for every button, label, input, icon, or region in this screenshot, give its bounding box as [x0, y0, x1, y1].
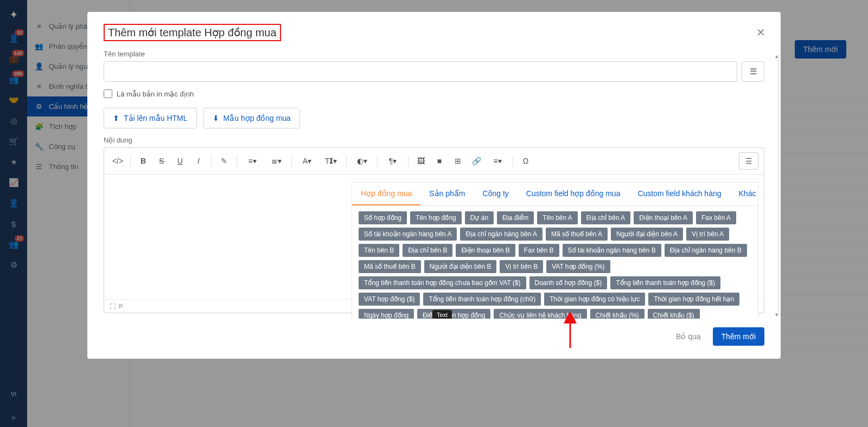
video-icon[interactable]: ■	[431, 153, 448, 169]
list-toggle-button[interactable]: ☰	[742, 61, 764, 82]
tag-variable[interactable]: Địa chỉ bên B	[403, 244, 452, 257]
sample-label: Mẫu hợp đồng mua	[224, 114, 291, 122]
modal-scrollbar[interactable]	[777, 55, 780, 315]
tag-tabs: Hợp đồng muaSản phẩmCông tyCustom field …	[352, 183, 758, 206]
upload-label: Tải lên mẫu HTML	[124, 114, 188, 122]
template-name-label: Tên template	[104, 50, 764, 58]
tag-variable[interactable]: Mã số thuế bên B	[359, 260, 421, 273]
default-template-checkbox-row[interactable]: Là mẫu bản in mặc định	[104, 89, 764, 98]
tag-variable[interactable]: Số tài khoản ngân hàng bên A	[359, 228, 457, 241]
tag-variable[interactable]: Điều khoản hợp đồng	[417, 309, 490, 319]
tag-variable[interactable]: Điện thoại bên A	[634, 211, 693, 224]
tag-variable[interactable]: Người đại diện bên A	[611, 228, 683, 241]
tag-variable[interactable]: Địa điểm	[497, 211, 534, 224]
editor-content-area[interactable]: Hợp đồng muaSản phẩmCông tyCustom field …	[104, 174, 764, 299]
variable-tags-panel: Hợp đồng muaSản phẩmCông tyCustom field …	[352, 182, 758, 319]
skip-button[interactable]: Bỏ qua	[676, 332, 701, 341]
tag-variable[interactable]: Số hợp đồng	[359, 211, 407, 224]
tag-variable[interactable]: Thời gian hợp đồng có hiệu lực	[544, 293, 645, 306]
rich-text-editor: </> B S U I ✎ ≡▾ ≣▾ A▾ T𝗜▾	[104, 147, 764, 313]
tag-variable[interactable]: Mã số thuế bên A	[546, 228, 608, 241]
tag-variable[interactable]: Chiết khấu (%)	[590, 309, 644, 319]
italic-icon[interactable]: I	[190, 153, 207, 169]
add-template-modal: Thêm mới template Hợp đồng mua ✕ Tên tem…	[87, 12, 781, 359]
tag-variable[interactable]: Tên bên B	[359, 244, 399, 257]
modal-footer: Bỏ qua Thêm mới	[87, 319, 781, 359]
sample-contract-button[interactable]: ⬇Mẫu hợp đồng mua	[203, 108, 300, 128]
editor-path: P	[119, 303, 123, 309]
table-icon[interactable]: ⊞	[450, 153, 466, 169]
expand-icon[interactable]: ⛶	[110, 303, 116, 309]
submit-button[interactable]: Thêm mới	[713, 327, 764, 346]
modal-title: Thêm mới template Hợp đồng mua	[104, 24, 281, 41]
tab-khác[interactable]: Khác	[730, 183, 765, 205]
image-icon[interactable]: 🖼	[413, 153, 429, 169]
font-size-icon[interactable]: T𝗜▾	[320, 153, 342, 169]
tag-variable[interactable]: Chức vụ liên hệ khách hàng	[494, 309, 586, 319]
tab-custom-field-hợp-đồng-mua[interactable]: Custom field hợp đồng mua	[518, 183, 629, 205]
modal-header: Thêm mới template Hợp đồng mua ✕	[87, 12, 781, 48]
tag-variable[interactable]: VAT hợp đồng ($)	[359, 293, 420, 306]
tag-variable[interactable]: Chiết khấu ($)	[648, 309, 700, 319]
tab-sản-phẩm[interactable]: Sản phẩm	[420, 183, 474, 205]
text-color-icon[interactable]: ◐▾	[351, 153, 373, 169]
upload-icon: ⬆	[113, 114, 119, 122]
upload-html-button[interactable]: ⬆Tải lên mẫu HTML	[104, 108, 197, 128]
unordered-list-icon[interactable]: ≡▾	[241, 153, 263, 169]
default-template-checkbox[interactable]	[104, 89, 112, 98]
font-family-icon[interactable]: A▾	[296, 153, 318, 169]
tags-container: Số hợp đồngTên hợp đồngDự ánĐịa điểmTên …	[352, 206, 758, 319]
tag-variable[interactable]: Địa chỉ bên A	[581, 211, 630, 224]
tag-variable[interactable]: Tên hợp đồng	[410, 211, 462, 224]
tag-variable[interactable]: Ngày hợp đồng	[359, 309, 414, 319]
editor-toolbar: </> B S U I ✎ ≡▾ ≣▾ A▾ T𝗜▾	[104, 148, 764, 174]
bold-icon[interactable]: B	[135, 153, 151, 169]
tag-variable[interactable]: Tổng tiền thanh toán hợp đồng ($)	[610, 276, 720, 289]
tags-panel-toggle[interactable]: ☰	[739, 152, 758, 170]
tag-tooltip: Text	[432, 310, 452, 319]
modal-overlay: Thêm mới template Hợp đồng mua ✕ Tên tem…	[0, 0, 868, 427]
template-name-input[interactable]	[104, 61, 737, 82]
tag-variable[interactable]: Thời gian hợp đồng hết hạn	[648, 293, 739, 306]
tab-custom-field-khách-hàng[interactable]: Custom field khách hàng	[629, 183, 730, 205]
modal-close-button[interactable]: ✕	[756, 26, 765, 39]
default-template-label: Là mẫu bản in mặc định	[117, 90, 194, 98]
tag-variable[interactable]: Tổng tiền thanh toán hợp đồng (chữ)	[423, 293, 541, 306]
tag-variable[interactable]: Tổng tiền thanh toán hợp đồng chưa bao g…	[359, 276, 526, 289]
tag-variable[interactable]: Vị trí bên A	[686, 228, 729, 241]
tag-variable[interactable]: Địa chỉ ngân hàng bên A	[460, 228, 542, 241]
tag-variable[interactable]: Số tài khoản ngân hàng bên B	[563, 244, 661, 257]
underline-icon[interactable]: U	[172, 153, 188, 169]
align-icon[interactable]: ≡▾	[487, 153, 508, 169]
tag-variable[interactable]: Vị trí bên B	[500, 260, 543, 273]
tag-variable[interactable]: Doanh số hợp đồng ($)	[529, 276, 608, 289]
modal-body: Tên template ☰ Là mẫu bản in mặc định ⬆T…	[87, 48, 781, 319]
tag-variable[interactable]: Người đại diện bên B	[424, 260, 497, 273]
tag-variable[interactable]: Tên bên A	[537, 211, 578, 224]
tag-variable[interactable]: Fax bên B	[519, 244, 559, 257]
download-icon: ⬇	[213, 114, 219, 122]
tag-variable[interactable]: Địa chỉ ngân hàng bên B	[665, 244, 747, 257]
tag-variable[interactable]: Điện thoại bên B	[456, 244, 515, 257]
link-icon[interactable]: 🔗	[468, 153, 484, 169]
tag-variable[interactable]: Fax bên A	[696, 211, 736, 224]
tab-công-ty[interactable]: Công ty	[474, 183, 518, 205]
tag-variable[interactable]: Dự án	[465, 211, 494, 224]
paragraph-icon[interactable]: ¶▾	[382, 153, 404, 169]
ordered-list-icon[interactable]: ≣▾	[265, 153, 287, 169]
tag-variable[interactable]: VAT hợp đồng (%)	[546, 260, 610, 273]
strike-icon[interactable]: S	[154, 153, 170, 169]
content-label: Nội dung	[104, 136, 764, 144]
source-icon[interactable]: </>	[110, 153, 126, 169]
omega-icon[interactable]: Ω	[518, 153, 534, 169]
clear-format-icon[interactable]: ✎	[216, 153, 232, 169]
tab-hợp-đồng-mua[interactable]: Hợp đồng mua	[352, 183, 420, 205]
